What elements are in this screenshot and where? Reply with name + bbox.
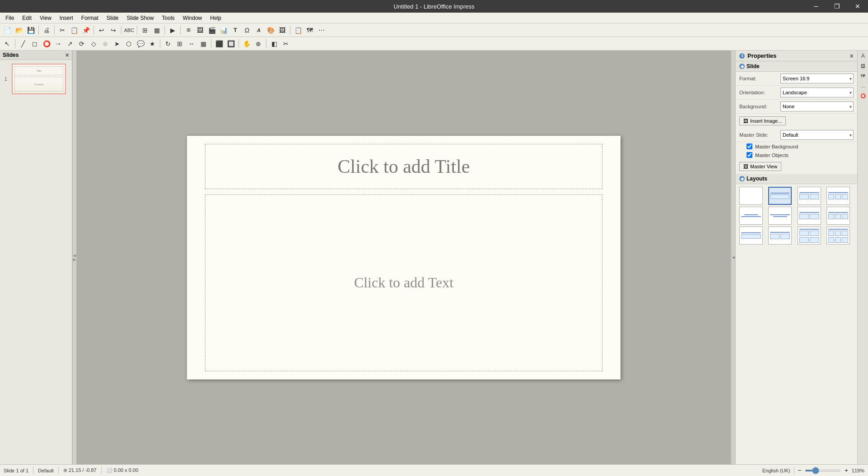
slide-section-header[interactable]: ◉ Slide bbox=[736, 61, 857, 72]
close-button[interactable]: ✕ bbox=[847, 0, 868, 13]
tb-undo[interactable]: ↩ bbox=[96, 25, 107, 36]
right-scroll-handle[interactable]: ◀ bbox=[731, 51, 735, 464]
canvas-area[interactable]: Click to add Title Click to add Text bbox=[77, 51, 731, 464]
tb-align[interactable]: ⊞ bbox=[174, 38, 185, 49]
master-objects-checkbox[interactable] bbox=[747, 152, 752, 158]
layout-content-2col[interactable] bbox=[826, 207, 850, 225]
tb-group[interactable]: ▦ bbox=[198, 38, 209, 49]
menu-window[interactable]: Window bbox=[179, 14, 206, 22]
tb-select[interactable]: ↖ bbox=[2, 38, 13, 49]
tb-line[interactable]: ╱ bbox=[18, 38, 28, 49]
slides-panel-close[interactable]: × bbox=[65, 52, 69, 58]
tb-stars[interactable]: ★ bbox=[147, 38, 158, 49]
tb-special-char[interactable]: Ω bbox=[242, 25, 252, 36]
restore-button[interactable]: ❐ bbox=[826, 0, 847, 13]
layout-centered-text[interactable] bbox=[739, 207, 763, 225]
tb-glue-points[interactable]: ⊕ bbox=[253, 38, 264, 49]
menu-help[interactable]: Help bbox=[206, 14, 225, 22]
zoom-out-btn[interactable]: − bbox=[798, 467, 802, 474]
tb-paint[interactable]: 🎨 bbox=[265, 25, 276, 36]
right-icon-gallery[interactable]: 🖼 bbox=[859, 61, 868, 70]
tb-redo[interactable]: ↪ bbox=[108, 25, 119, 36]
right-icon-navigator[interactable]: 🗺 bbox=[859, 71, 868, 80]
slide-title-area[interactable]: Click to add Title bbox=[205, 144, 602, 189]
menu-format[interactable]: Format bbox=[78, 14, 102, 22]
slide-thumbnail[interactable]: Title Content bbox=[12, 64, 66, 94]
master-background-checkbox[interactable] bbox=[747, 143, 752, 149]
tb-shadow[interactable]: ◧ bbox=[269, 38, 280, 49]
tb-callout[interactable]: 💬 bbox=[135, 38, 146, 49]
layout-blank[interactable] bbox=[739, 187, 763, 205]
menu-file[interactable]: File bbox=[2, 14, 18, 22]
tb-flowchart[interactable]: ⬡ bbox=[123, 38, 134, 49]
tb-new[interactable]: 📄 bbox=[2, 25, 13, 36]
right-icon-circle[interactable]: ⭕ bbox=[859, 91, 868, 100]
layout-title-2col[interactable] bbox=[798, 187, 821, 205]
master-background-label[interactable]: Master Background bbox=[755, 144, 798, 149]
tb-image2[interactable]: 🖼 bbox=[277, 25, 288, 36]
orientation-select[interactable]: Landscape Portrait bbox=[780, 88, 854, 97]
tb-insert-image[interactable]: 🖼 bbox=[195, 25, 205, 36]
tb-paste[interactable]: 📌 bbox=[80, 25, 91, 36]
tb-send-back[interactable]: ⬛ bbox=[214, 38, 224, 49]
tb-insert-video[interactable]: 🎬 bbox=[206, 25, 217, 36]
tb-text[interactable]: T bbox=[230, 25, 241, 36]
layout-6box[interactable] bbox=[826, 226, 850, 245]
menu-view[interactable]: View bbox=[36, 14, 55, 22]
tb-rotate[interactable]: ↻ bbox=[163, 38, 173, 49]
menu-insert[interactable]: Insert bbox=[56, 14, 77, 22]
menu-slide[interactable]: Slide bbox=[103, 14, 122, 22]
master-slide-select[interactable]: Default bbox=[780, 130, 854, 140]
right-icon-styles[interactable]: A bbox=[859, 51, 868, 60]
layout-title-centered[interactable] bbox=[768, 207, 792, 225]
tb-rect[interactable]: ◻ bbox=[29, 38, 40, 49]
tb-block-arrows[interactable]: ➤ bbox=[112, 38, 122, 49]
tb-copy[interactable]: 📋 bbox=[69, 25, 79, 36]
layout-title-content[interactable] bbox=[768, 187, 792, 205]
tb-point-select[interactable]: ✋ bbox=[241, 38, 252, 49]
tb-navigator[interactable]: 🗺 bbox=[304, 25, 315, 36]
master-objects-label[interactable]: Master Objects bbox=[755, 153, 789, 158]
right-icon-more[interactable]: … bbox=[859, 81, 868, 90]
insert-image-button[interactable]: 🖼 Insert Image... bbox=[739, 116, 786, 125]
tb-bring-front[interactable]: 🔲 bbox=[225, 38, 236, 49]
tb-open[interactable]: 📂 bbox=[14, 25, 24, 36]
layout-title-content-2[interactable] bbox=[768, 226, 792, 245]
tb-slides-layout[interactable]: 📋 bbox=[293, 25, 303, 36]
tb-basic-shapes[interactable]: ◇ bbox=[88, 38, 99, 49]
tb-presentation[interactable]: ▶ bbox=[167, 25, 178, 36]
layout-title-2box[interactable] bbox=[739, 226, 763, 245]
left-scroll-handle[interactable]: ◀▶ bbox=[72, 51, 77, 464]
minimize-button[interactable]: ─ bbox=[806, 0, 826, 13]
zoom-slider[interactable] bbox=[805, 470, 841, 471]
tb-distribute[interactable]: ↔ bbox=[186, 38, 197, 49]
tb-curves[interactable]: ↗ bbox=[65, 38, 75, 49]
menu-slideshow[interactable]: Slide Show bbox=[123, 14, 158, 22]
tb-ellipse[interactable]: ⭕ bbox=[41, 38, 52, 49]
tb-spellcheck[interactable]: ABC bbox=[124, 25, 135, 36]
menu-edit[interactable]: Edit bbox=[19, 14, 35, 22]
tb-cut[interactable]: ✂ bbox=[57, 25, 68, 36]
tb-crop[interactable]: ✂ bbox=[280, 38, 291, 49]
tb-connectors[interactable]: ⟳ bbox=[76, 38, 87, 49]
tb-symbol-shapes[interactable]: ☆ bbox=[100, 38, 111, 49]
tb-arrow-line[interactable]: → bbox=[53, 38, 64, 49]
background-select[interactable]: None Color Gradient bbox=[780, 102, 854, 111]
tb-insert-chart[interactable]: 📊 bbox=[218, 25, 229, 36]
properties-close[interactable]: × bbox=[850, 53, 854, 59]
tb-display[interactable]: ▦ bbox=[151, 25, 162, 36]
tb-fontwork[interactable]: A bbox=[253, 25, 264, 36]
zoom-in-btn[interactable]: + bbox=[845, 467, 848, 474]
slide-content-area[interactable]: Click to add Text bbox=[205, 194, 602, 371]
layouts-section-header[interactable]: ◉ Layouts bbox=[736, 174, 857, 184]
master-view-button[interactable]: 🖼 Master View bbox=[739, 162, 781, 171]
tb-insert-table[interactable]: ⊞ bbox=[183, 25, 194, 36]
layout-4box[interactable] bbox=[798, 226, 821, 245]
layout-title-only[interactable] bbox=[826, 187, 850, 205]
tb-more[interactable]: ⋯ bbox=[316, 25, 327, 36]
menu-tools[interactable]: Tools bbox=[159, 14, 178, 22]
slide-canvas[interactable]: Click to add Title Click to add Text bbox=[187, 136, 621, 379]
format-select[interactable]: Screen 16:9 Screen 4:3 Letter bbox=[780, 74, 854, 83]
tb-grid[interactable]: ⊞ bbox=[140, 25, 150, 36]
layout-4-content[interactable] bbox=[798, 207, 821, 225]
